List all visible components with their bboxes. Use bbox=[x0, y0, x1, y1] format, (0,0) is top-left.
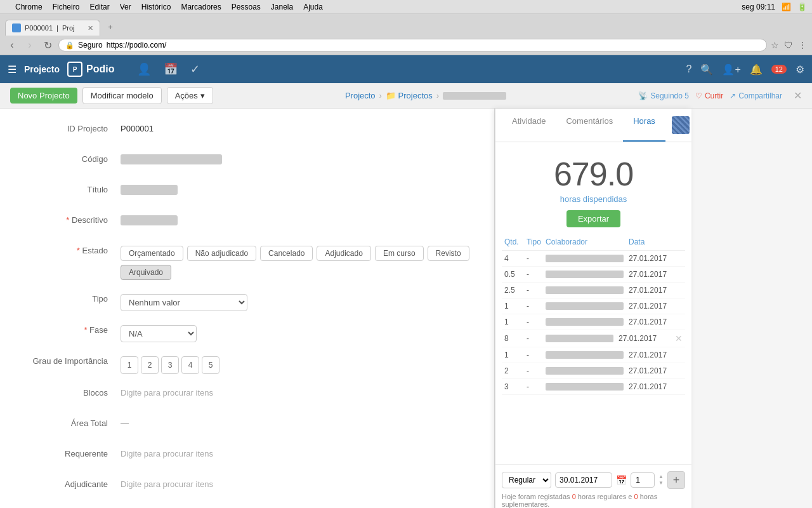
row-colab bbox=[546, 271, 624, 278]
shield-icon[interactable]: 🛡 bbox=[784, 40, 793, 50]
curtir-label: Curtir bbox=[705, 91, 723, 100]
close-panel-button[interactable]: ✕ bbox=[794, 90, 802, 102]
grau-group: 1 2 3 4 5 bbox=[121, 356, 475, 374]
grau-3[interactable]: 3 bbox=[161, 356, 179, 374]
exportar-button[interactable]: Exportar bbox=[566, 210, 620, 227]
estado-nao-adjudicado[interactable]: Não adjudicado bbox=[187, 246, 256, 261]
browser-tab-active[interactable]: P000001 | Proj ✕ bbox=[5, 20, 100, 36]
requerente-placeholder[interactable]: Digite para procurar itens bbox=[121, 449, 213, 458]
tab-close-button[interactable]: ✕ bbox=[88, 24, 93, 32]
actions-label: Ações bbox=[175, 91, 198, 100]
curtir-button[interactable]: ♡ Curtir bbox=[695, 91, 723, 100]
breadcrumb-current bbox=[443, 92, 506, 100]
row-tipo: - bbox=[527, 334, 546, 343]
breadcrumb-projecto[interactable]: Projecto bbox=[345, 91, 376, 100]
panel-icon-tab[interactable] bbox=[665, 109, 696, 142]
new-tab-button[interactable]: + bbox=[102, 18, 119, 36]
bookmark-icon[interactable]: ☆ bbox=[771, 40, 779, 50]
row-data: 27.01.2017 bbox=[629, 382, 683, 391]
grau-4[interactable]: 4 bbox=[181, 356, 199, 374]
seguindo-icon: 📡 bbox=[638, 91, 648, 100]
titulo-value bbox=[121, 182, 475, 197]
help-icon[interactable]: ? bbox=[686, 64, 692, 75]
tab-comentarios[interactable]: Comentários bbox=[556, 109, 623, 142]
estado-orcamentado[interactable]: Orçamentado bbox=[121, 246, 183, 261]
grau-1[interactable]: 1 bbox=[121, 356, 138, 374]
notifications-icon[interactable]: 🔔 bbox=[750, 64, 763, 76]
row-data: 27.01.2017 bbox=[629, 254, 683, 263]
hours-type-select[interactable]: Regular bbox=[502, 472, 551, 488]
row-tipo: - bbox=[527, 318, 546, 326]
menu-chrome[interactable]: Chrome bbox=[15, 3, 43, 11]
menu-ver[interactable]: Ver bbox=[120, 3, 131, 11]
settings-icon[interactable]: ⚙ bbox=[796, 64, 804, 76]
delete-row-button[interactable]: ✕ bbox=[675, 333, 683, 344]
tipo-select[interactable]: Nenhum valor bbox=[121, 294, 247, 311]
col-qtd-header: Qtd. bbox=[504, 237, 527, 246]
grau-5[interactable]: 5 bbox=[202, 356, 219, 374]
grau-2[interactable]: 2 bbox=[141, 356, 159, 374]
estado-adjudicado[interactable]: Adjudicado bbox=[317, 246, 370, 261]
add-hours-button[interactable]: + bbox=[667, 471, 685, 489]
breadcrumb: Projecto › 📁 Projectos › bbox=[345, 91, 506, 100]
blocos-placeholder[interactable]: Digite para procurar itens bbox=[121, 388, 213, 398]
menu-ajuda[interactable]: Ajuda bbox=[303, 3, 323, 11]
qty-down-button[interactable]: ▼ bbox=[658, 480, 664, 486]
menu-marcadores[interactable]: Marcadores bbox=[181, 3, 221, 11]
row-data: 27.01.2017 bbox=[629, 286, 683, 295]
address-bar[interactable]: 🔒 Seguro https://podio.com/ bbox=[58, 39, 767, 51]
calendar-icon[interactable]: 📅 bbox=[616, 475, 627, 485]
estado-em-curso[interactable]: Em curso bbox=[375, 246, 424, 261]
adjudicante-value: Digite para procurar itens bbox=[121, 477, 475, 489]
menu-historico[interactable]: Histórico bbox=[141, 3, 171, 11]
requerente-value: Digite para procurar itens bbox=[121, 446, 475, 458]
estado-cancelado[interactable]: Cancelado bbox=[260, 246, 313, 261]
nav-check-icon[interactable]: ✓ bbox=[185, 60, 205, 79]
refresh-button[interactable]: ↻ bbox=[41, 38, 55, 52]
fase-select[interactable]: N/A bbox=[121, 325, 197, 342]
field-row-grau: Grau de Importância 1 2 3 4 5 bbox=[19, 354, 475, 374]
menu-editar[interactable]: Editar bbox=[89, 3, 109, 11]
row-colab bbox=[546, 286, 624, 294]
field-row-requerente: Requerente Digite para procurar itens bbox=[19, 446, 475, 465]
compartilhar-button[interactable]: ↗ Compartilhar bbox=[730, 91, 782, 100]
table-row: 2.5 - 27.01.2017 bbox=[502, 283, 685, 298]
action-bar: Novo Projecto Modificar modelo Ações ▾ P… bbox=[0, 83, 812, 109]
browser-toolbar: ‹ › ↻ 🔒 Seguro https://podio.com/ ☆ 🛡 ⋮ bbox=[0, 36, 812, 55]
estado-revisto[interactable]: Revisto bbox=[428, 246, 469, 261]
tab-horas[interactable]: Horas bbox=[623, 109, 665, 142]
mac-menu-bar: Chrome Ficheiro Editar Ver Histórico Mar… bbox=[0, 0, 812, 14]
new-project-button[interactable]: Novo Projecto bbox=[10, 88, 77, 104]
qty-up-button[interactable]: ▲ bbox=[658, 474, 664, 480]
area-value: — bbox=[121, 416, 475, 428]
app-header: ☰ Projecto P Podio 👤 📅 ✓ ? 🔍 👤+ 🔔 12 ⚙ bbox=[0, 55, 812, 83]
back-button[interactable]: ‹ bbox=[5, 38, 19, 52]
secure-label: Seguro bbox=[78, 41, 103, 50]
tab-atividade[interactable]: Atividade bbox=[502, 109, 556, 142]
hamburger-menu[interactable]: ☰ bbox=[8, 64, 16, 76]
forward-button[interactable]: › bbox=[23, 38, 37, 52]
breadcrumb-projectos[interactable]: 📁 Projectos bbox=[386, 91, 433, 100]
nav-person-icon[interactable]: 👤 bbox=[132, 60, 156, 79]
grau-value: 1 2 3 4 5 bbox=[121, 354, 475, 374]
add-hours-form: Regular 📅 ▲ ▼ + Hoje foram registadas 0 … bbox=[495, 464, 691, 508]
search-icon[interactable]: 🔍 bbox=[700, 64, 713, 76]
modify-model-button[interactable]: Modificar modelo bbox=[82, 87, 162, 104]
menu-icon[interactable]: ⋮ bbox=[798, 40, 807, 50]
qty-input[interactable] bbox=[631, 472, 655, 488]
menu-pessoas[interactable]: Pessoas bbox=[232, 3, 261, 11]
date-input[interactable] bbox=[555, 472, 612, 488]
field-row-codigo: Código bbox=[19, 152, 475, 171]
actions-dropdown-button[interactable]: Ações ▾ bbox=[167, 87, 213, 104]
estado-arquivado[interactable]: Arquivado bbox=[121, 265, 171, 280]
menu-ficheiro[interactable]: Ficheiro bbox=[53, 3, 80, 11]
codigo-label: Código bbox=[19, 152, 121, 164]
adjudicante-placeholder[interactable]: Digite para procurar itens bbox=[121, 479, 213, 489]
seguindo-button[interactable]: 📡 Seguindo 5 bbox=[638, 91, 689, 100]
row-data: 27.01.2017 bbox=[629, 366, 683, 375]
browser-tabs: P000001 | Proj ✕ + bbox=[0, 14, 812, 36]
nav-calendar-icon[interactable]: 📅 bbox=[159, 60, 183, 79]
codigo-blurred bbox=[121, 154, 222, 164]
menu-janela[interactable]: Janela bbox=[271, 3, 293, 11]
add-person-icon[interactable]: 👤+ bbox=[722, 64, 740, 76]
